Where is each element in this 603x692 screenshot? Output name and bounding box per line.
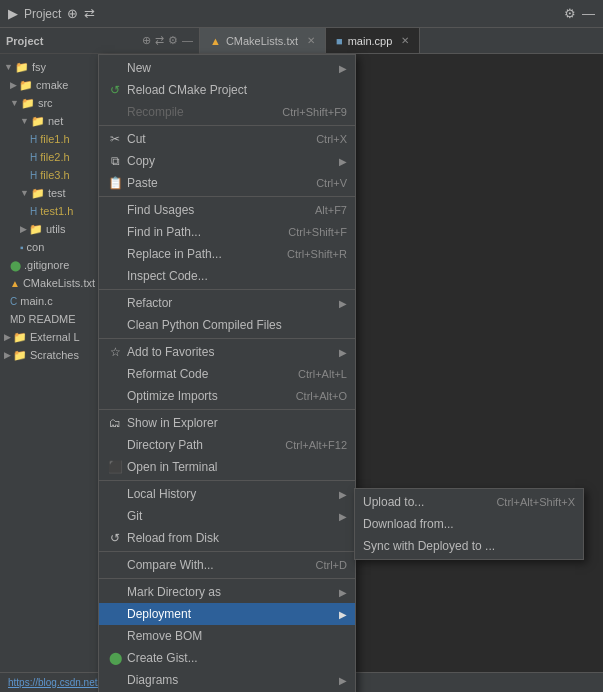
sub-menu-item-sync[interactable]: Sync with Deployed to ... — [355, 535, 583, 557]
menu-item-copy[interactable]: ⧉ Copy ▶ — [99, 150, 355, 172]
folder-icon: 📁 — [15, 61, 29, 74]
panel-icon-settings[interactable]: ⚙ — [168, 34, 178, 47]
menu-item-git[interactable]: Git ▶ — [99, 505, 355, 527]
menu-item-inspect-code-label: Inspect Code... — [127, 269, 347, 283]
menu-item-new[interactable]: New ▶ — [99, 57, 355, 79]
menu-item-reformat-label: Reformat Code — [127, 367, 288, 381]
separator-3 — [99, 289, 355, 290]
cut-icon: ✂ — [107, 132, 123, 146]
menu-item-paste-label: Paste — [127, 176, 306, 190]
menu-item-replace-in-path[interactable]: Replace in Path... Ctrl+Shift+R — [99, 243, 355, 265]
menu-item-clean-python[interactable]: Clean Python Compiled Files — [99, 314, 355, 336]
md-icon: MD — [10, 314, 26, 325]
local-history-arrow: ▶ — [339, 489, 347, 500]
menu-item-remove-bom[interactable]: Remove BOM — [99, 625, 355, 647]
separator-6 — [99, 480, 355, 481]
menu-item-deployment[interactable]: Deployment ▶ — [99, 603, 355, 625]
terminal-icon: ⬛ — [107, 460, 123, 474]
favorites-icon: ☆ — [107, 345, 123, 359]
sub-menu-item-upload[interactable]: Upload to... Ctrl+Alt+Shift+X — [355, 491, 583, 513]
menu-item-compare-with[interactable]: Compare With... Ctrl+D — [99, 554, 355, 576]
panel-icon-2[interactable]: ⇄ — [155, 34, 164, 47]
cmake-icon: ▲ — [10, 278, 20, 289]
folder-icon: 📁 — [31, 187, 45, 200]
refactor-arrow: ▶ — [339, 298, 347, 309]
deployment-sub-menu: Upload to... Ctrl+Alt+Shift+X Download f… — [354, 488, 584, 560]
context-menu: New ▶ ↺ Reload CMake Project Recompile C… — [98, 54, 356, 692]
copy-icon: ⧉ — [107, 154, 123, 168]
upload-shortcut: Ctrl+Alt+Shift+X — [496, 496, 575, 508]
menu-item-recompile[interactable]: Recompile Ctrl+Shift+F9 — [99, 101, 355, 123]
menu-item-inspect-code[interactable]: Inspect Code... — [99, 265, 355, 287]
menu-item-directory-path[interactable]: Directory Path Ctrl+Alt+F12 — [99, 434, 355, 456]
menu-item-find-in-path-label: Find in Path... — [127, 225, 278, 239]
favorites-arrow: ▶ — [339, 347, 347, 358]
separator-2 — [99, 196, 355, 197]
sub-menu-item-download[interactable]: Download from... — [355, 513, 583, 535]
expand-arrow: ▶ — [4, 332, 11, 342]
cmake-tab-label: CMakeLists.txt — [226, 35, 298, 47]
tab-cmake[interactable]: ▲ CMakeLists.txt ✕ — [200, 28, 326, 53]
toolbar-minimize-icon[interactable]: — — [582, 6, 595, 21]
folder-icon: 📁 — [31, 115, 45, 128]
cmake-tab-close[interactable]: ✕ — [307, 35, 315, 46]
compare-shortcut: Ctrl+D — [316, 559, 347, 571]
menu-item-reload-from-disk-label: Reload from Disk — [127, 531, 347, 545]
menu-item-optimize-imports[interactable]: Optimize Imports Ctrl+Alt+O — [99, 385, 355, 407]
menu-item-mark-directory[interactable]: Mark Directory as ▶ — [99, 581, 355, 603]
upload-label: Upload to... — [363, 495, 486, 509]
menu-item-find-usages-label: Find Usages — [127, 203, 305, 217]
menu-item-open-terminal[interactable]: ⬛ Open in Terminal — [99, 456, 355, 478]
menu-item-diagrams[interactable]: Diagrams ▶ — [99, 669, 355, 691]
menu-item-deployment-label: Deployment — [127, 607, 335, 621]
menu-item-add-to-favorites-label: Add to Favorites — [127, 345, 335, 359]
menu-item-find-in-path[interactable]: Find in Path... Ctrl+Shift+F — [99, 221, 355, 243]
menu-item-local-history-label: Local History — [127, 487, 335, 501]
file-icon: H — [30, 206, 37, 217]
project-expand-icon[interactable]: ▶ — [8, 6, 18, 21]
scratches-label: Scratches — [30, 349, 79, 361]
panel-title: Project — [6, 35, 138, 47]
menu-item-reload-from-disk[interactable]: ↺ Reload from Disk — [99, 527, 355, 549]
menu-item-new-label: New — [127, 61, 335, 75]
paste-icon: 📋 — [107, 176, 123, 190]
toolbar-icon-1[interactable]: ⊕ — [67, 6, 78, 21]
find-in-path-shortcut: Ctrl+Shift+F — [288, 226, 347, 238]
folder-icon: 📁 — [19, 79, 33, 92]
diagrams-arrow: ▶ — [339, 675, 347, 686]
menu-item-show-in-explorer[interactable]: 🗂 Show in Explorer — [99, 412, 355, 434]
menu-item-compare-with-label: Compare With... — [127, 558, 306, 572]
tab-main[interactable]: ■ main.cpp ✕ — [326, 28, 420, 53]
menu-item-cut[interactable]: ✂ Cut Ctrl+X — [99, 128, 355, 150]
file-icon: H — [30, 170, 37, 181]
panel-icon-minimize[interactable]: — — [182, 34, 193, 47]
menu-item-reformat[interactable]: Reformat Code Ctrl+Alt+L — [99, 363, 355, 385]
reload-icon: ↺ — [107, 83, 123, 97]
expand-arrow: ▼ — [10, 98, 19, 108]
sync-label: Sync with Deployed to ... — [363, 539, 575, 553]
separator-7 — [99, 551, 355, 552]
expand-arrow: ▶ — [20, 224, 27, 234]
menu-item-local-history[interactable]: Local History ▶ — [99, 483, 355, 505]
menu-item-add-to-favorites[interactable]: ☆ Add to Favorites ▶ — [99, 341, 355, 363]
panel-icon-1[interactable]: ⊕ — [142, 34, 151, 47]
main-tab-close[interactable]: ✕ — [401, 35, 409, 46]
menu-item-mark-directory-label: Mark Directory as — [127, 585, 335, 599]
menu-item-create-gist[interactable]: ⬤ Create Gist... — [99, 647, 355, 669]
deployment-arrow: ▶ — [339, 609, 347, 620]
menu-item-refactor[interactable]: Refactor ▶ — [99, 292, 355, 314]
paste-shortcut: Ctrl+V — [316, 177, 347, 189]
menu-item-cut-label: Cut — [127, 132, 306, 146]
menu-item-paste[interactable]: 📋 Paste Ctrl+V — [99, 172, 355, 194]
c-icon: C — [10, 296, 17, 307]
optimize-shortcut: Ctrl+Alt+O — [296, 390, 347, 402]
menu-item-reload-cmake[interactable]: ↺ Reload CMake Project — [99, 79, 355, 101]
toolbar-icon-2[interactable]: ⇄ — [84, 6, 95, 21]
menu-item-find-usages[interactable]: Find Usages Alt+F7 — [99, 199, 355, 221]
menu-item-replace-in-path-label: Replace in Path... — [127, 247, 277, 261]
menu-item-reload-cmake-label: Reload CMake Project — [127, 83, 347, 97]
file-icon: H — [30, 152, 37, 163]
new-arrow: ▶ — [339, 63, 347, 74]
download-label: Download from... — [363, 517, 575, 531]
toolbar-settings-icon[interactable]: ⚙ — [564, 6, 576, 21]
